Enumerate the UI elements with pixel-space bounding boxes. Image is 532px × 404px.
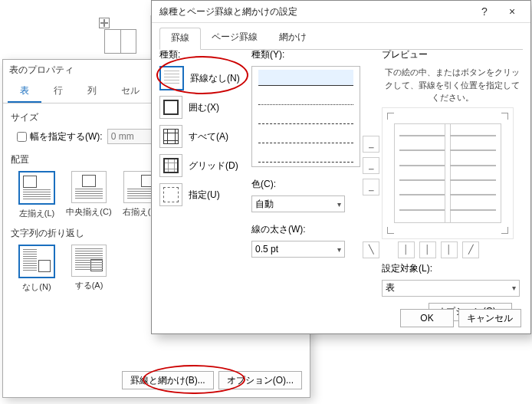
dialog-title: 線種とページ罫線と網かけの設定: [159, 5, 471, 18]
color-dropdown[interactable]: 自動▾: [251, 195, 345, 212]
toggle-bottom-border[interactable]: ⎯: [363, 179, 379, 195]
weight-value: 0.5 pt: [255, 244, 337, 255]
toggle-diagonal-border[interactable]: ╲: [363, 241, 379, 258]
line-style-dashed-short[interactable]: [258, 108, 353, 124]
corner-icon: [387, 227, 394, 234]
tab-page-border[interactable]: ページ罫線: [201, 28, 268, 49]
kind-custom[interactable]: 指定(U): [159, 182, 244, 207]
apply-to-label: 設定対象(L):: [382, 262, 523, 275]
borders-and-shading-button[interactable]: 罫線と網かけ(B)...: [122, 371, 214, 389]
apply-to-value: 表: [386, 281, 512, 294]
wrap-around-icon: [71, 245, 107, 277]
document-background: [97, 15, 152, 61]
kind-grid-icon: [159, 154, 182, 177]
corner-icon: [501, 113, 508, 120]
align-center-label: 中央揃え(C): [66, 206, 112, 218]
toggle-left-border[interactable]: │: [398, 241, 415, 258]
weight-label: 線の太さ(W):: [251, 223, 366, 236]
preview-page-icon: [445, 123, 501, 223]
kind-all[interactable]: すべて(A): [159, 124, 244, 149]
wrap-around-option[interactable]: する(A): [66, 245, 112, 293]
tab-table[interactable]: 表: [8, 80, 41, 103]
apply-to-dropdown[interactable]: 表▾: [382, 280, 520, 297]
style-label: 種類(Y):: [251, 48, 366, 61]
color-label: 色(C):: [251, 178, 366, 191]
table-preview-icon: [104, 29, 136, 54]
toggle-top-border[interactable]: ⎯: [363, 136, 379, 153]
chevron-down-icon: ▾: [512, 284, 516, 292]
kind-none[interactable]: 罫線なし(N): [159, 66, 244, 90]
wrap-none-label: なし(N): [14, 281, 60, 293]
align-center-icon: [71, 171, 107, 203]
weight-dropdown[interactable]: 0.5 pt▾: [251, 241, 345, 258]
tab-column[interactable]: 列: [75, 80, 109, 103]
wrap-around-label: する(A): [66, 280, 112, 291]
table-anchor-icon[interactable]: [99, 18, 110, 28]
toggle-diagonal2-border[interactable]: ╱: [462, 241, 479, 258]
kind-custom-icon: [159, 183, 182, 206]
kind-custom-label: 指定(U): [189, 189, 220, 202]
tab-shading[interactable]: 網かけ: [268, 28, 317, 49]
tab-cell[interactable]: セル: [109, 80, 152, 103]
toggle-middle-v-border[interactable]: │: [419, 241, 436, 258]
ok-button[interactable]: OK: [400, 309, 454, 327]
kind-all-icon: [159, 125, 182, 148]
align-left-option[interactable]: 左揃え(L): [14, 171, 60, 219]
chevron-down-icon: ▾: [337, 245, 341, 254]
preview-page-icon: [394, 123, 451, 223]
line-style-solid[interactable]: [258, 70, 353, 86]
kind-all-label: すべて(A): [189, 130, 228, 143]
help-button[interactable]: ?: [471, 2, 498, 21]
width-checkbox[interactable]: [17, 132, 27, 142]
table-options-button[interactable]: オプション(O)...: [218, 371, 302, 389]
kind-none-label: 罫線なし(N): [190, 72, 240, 85]
kind-grid[interactable]: グリッド(D): [159, 153, 244, 178]
preview-label: プレビュー: [382, 48, 523, 61]
tab-row[interactable]: 行: [41, 80, 75, 103]
chevron-down-icon: ▾: [337, 200, 341, 209]
kind-label: 種類:: [159, 48, 244, 61]
align-center-option[interactable]: 中央揃え(C): [66, 171, 112, 219]
close-button[interactable]: ×: [498, 2, 526, 21]
kind-box-label: 囲む(X): [189, 101, 219, 114]
kind-box-icon: [159, 96, 182, 119]
kind-box[interactable]: 囲む(X): [159, 95, 244, 120]
width-input[interactable]: [107, 129, 156, 144]
wrap-none-icon: [18, 245, 55, 278]
line-style-list[interactable]: [251, 66, 360, 167]
tab-borders[interactable]: 罫線: [159, 28, 201, 50]
borders-shading-dialog: 線種とページ罫線と網かけの設定 ? × 罫線 ページ罫線 網かけ 種類: 罫線な…: [151, 0, 531, 334]
color-value: 自動: [255, 198, 337, 211]
kind-grid-label: グリッド(D): [189, 159, 238, 172]
corner-icon: [387, 113, 394, 120]
cancel-button[interactable]: キャンセル: [458, 309, 521, 327]
line-style-dashed[interactable]: [258, 127, 353, 143]
preview-area[interactable]: ⎯ ⎯ ⎯ ╲ │ │ │ ╱: [382, 107, 514, 239]
toggle-right-border[interactable]: │: [441, 241, 458, 258]
kind-none-icon: [159, 66, 184, 90]
corner-icon: [501, 227, 508, 234]
wrap-none-option[interactable]: なし(N): [14, 245, 60, 293]
toggle-middle-h-border[interactable]: ⎯: [363, 157, 379, 174]
preview-hint: 下の絵の中、またはボタンをクリックして、罫線を引く位置を指定してください。: [382, 66, 523, 104]
line-style-dotted[interactable]: [258, 89, 353, 105]
align-left-label: 左揃え(L): [14, 208, 60, 219]
line-style-dash-dot[interactable]: [258, 146, 353, 163]
align-left-icon: [18, 171, 55, 205]
borders-tabs: 罫線 ページ罫線 網かけ: [159, 28, 523, 50]
width-check-label: 幅を指定する(W):: [30, 130, 103, 143]
